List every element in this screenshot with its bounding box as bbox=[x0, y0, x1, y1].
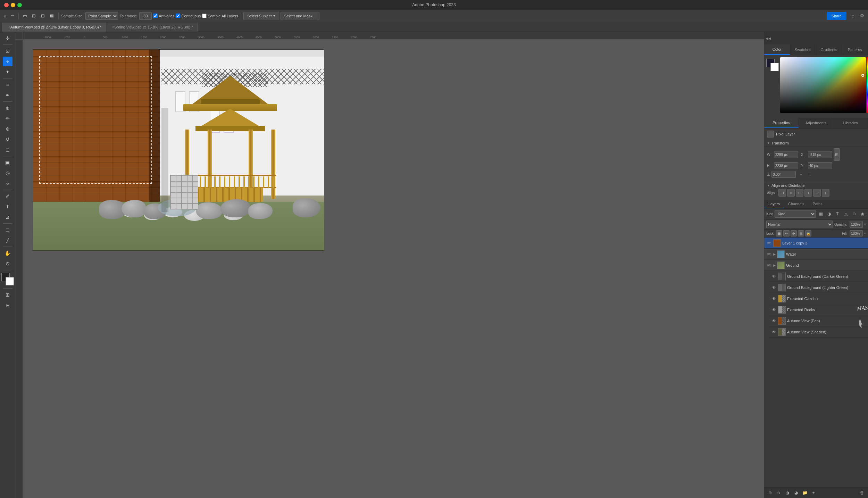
transform-chevron[interactable]: ▼ bbox=[767, 141, 770, 145]
layer-filter-pixel-btn[interactable]: ▦ bbox=[817, 210, 824, 217]
tab-patterns[interactable]: Patterns bbox=[842, 44, 868, 55]
pen-tool[interactable]: ✐ bbox=[3, 191, 12, 201]
align-top-btn[interactable]: ⊤ bbox=[804, 189, 812, 197]
tab-paths[interactable]: Paths bbox=[809, 200, 827, 208]
gradient-tool[interactable]: ▣ bbox=[3, 158, 12, 167]
layer-item-rocks[interactable]: 👁 Extracted Rocks bbox=[769, 304, 868, 315]
add-link-btn[interactable]: ⊕ bbox=[766, 489, 774, 497]
new-layer-icon[interactable]: ▭ bbox=[21, 12, 29, 20]
history-brush-tool[interactable]: ↺ bbox=[3, 134, 12, 144]
maximize-button[interactable] bbox=[17, 3, 22, 7]
lasso-tool[interactable]: ⌖ bbox=[3, 57, 12, 66]
visibility-autumn-shaded[interactable]: 👁 bbox=[771, 329, 777, 335]
tolerance-input[interactable]: 30 bbox=[139, 12, 152, 20]
background-color[interactable] bbox=[6, 277, 14, 285]
select-subject-button[interactable]: Select Subject ▾ bbox=[243, 12, 279, 20]
quick-mask-tool[interactable]: ⊞ bbox=[3, 290, 12, 300]
anti-alias-checkbox[interactable]: Anti-alias bbox=[153, 14, 174, 18]
minimize-button[interactable] bbox=[11, 3, 15, 7]
canvas-document[interactable] bbox=[33, 49, 324, 251]
visibility-ground[interactable]: 👁 bbox=[766, 263, 772, 268]
tab-properties[interactable]: Properties bbox=[764, 118, 799, 128]
layer-item-ground-bg-dark[interactable]: 👁 Ground Background (Darker Green) bbox=[769, 271, 868, 282]
align-middle-btn[interactable]: ⊥ bbox=[813, 189, 821, 197]
expand-ground[interactable]: ▶ bbox=[773, 264, 776, 267]
visibility-rocks[interactable]: 👁 bbox=[771, 307, 777, 313]
folder-btn[interactable]: 📁 bbox=[801, 489, 809, 497]
select-mask-button[interactable]: Select and Mask... bbox=[281, 12, 320, 20]
angle-input[interactable] bbox=[771, 171, 796, 178]
align-chevron[interactable]: ▼ bbox=[767, 184, 770, 187]
path-select-tool[interactable]: ⊿ bbox=[3, 212, 12, 222]
artboard-icon[interactable]: ⊟ bbox=[39, 12, 47, 20]
screen-mode-tool[interactable]: ⊟ bbox=[3, 300, 12, 310]
hand-tool[interactable]: ✋ bbox=[3, 248, 12, 258]
magic-wand-tool[interactable]: ✦ bbox=[3, 67, 12, 77]
align-center-btn[interactable]: ⊕ bbox=[787, 189, 795, 197]
blur-tool[interactable]: ◎ bbox=[3, 168, 12, 178]
brush-tool[interactable]: ✏ bbox=[3, 114, 12, 123]
delete-layer-btn[interactable]: 🗑 bbox=[858, 489, 866, 497]
tab-channels[interactable]: Channels bbox=[784, 200, 808, 208]
flip-h-btn[interactable]: ↔ bbox=[797, 171, 805, 178]
stamp-tool[interactable]: ⊗ bbox=[3, 124, 12, 134]
layer-filter-toggle-btn[interactable]: ◉ bbox=[859, 210, 866, 217]
tab-swatches[interactable]: Swatches bbox=[790, 44, 816, 55]
y-input[interactable] bbox=[808, 162, 832, 169]
hue-strip[interactable] bbox=[867, 57, 868, 113]
layer-item-gazebo[interactable]: 👁 Extracted Gazebo bbox=[769, 293, 868, 304]
add-mask-btn[interactable]: ◑ bbox=[784, 489, 791, 497]
layer-item-autumn-shaded[interactable]: 👁 Autumn View (Shaded) bbox=[769, 326, 868, 338]
layer-item-ground-bg-light[interactable]: 👁 Ground Background (Lighter Green) bbox=[769, 282, 868, 293]
color-picker-squares[interactable] bbox=[1, 273, 14, 285]
visibility-gazebo[interactable]: 👁 bbox=[771, 296, 777, 301]
sample-size-select[interactable]: Point Sample bbox=[85, 12, 118, 20]
layer-item-layer1copy3[interactable]: 👁 Layer 1 copy 3 bbox=[764, 238, 868, 249]
layer-item-autumn-pen[interactable]: 👁 Autumn View (Pen) MASK bbox=[769, 315, 868, 326]
tab-gradients[interactable]: Gradients bbox=[816, 44, 842, 55]
eyedropper-tool[interactable]: ✒ bbox=[3, 90, 12, 100]
visibility-ground-bg-dark[interactable]: 👁 bbox=[771, 274, 777, 279]
group-icon[interactable]: ⊞ bbox=[30, 12, 38, 20]
align-right-btn[interactable]: ⊢ bbox=[796, 189, 803, 197]
layer-item-water[interactable]: 👁 ▶ Water bbox=[764, 249, 868, 260]
tab-libraries[interactable]: Libraries bbox=[833, 118, 868, 128]
shape-tool[interactable]: □ bbox=[3, 225, 12, 235]
visibility-ground-bg-light[interactable]: 👁 bbox=[771, 285, 777, 290]
tab-color[interactable]: Color bbox=[764, 44, 790, 55]
layer-item-ground[interactable]: 👁 ▶ Ground bbox=[764, 260, 868, 271]
marquee-tool[interactable]: ⊡ bbox=[3, 46, 12, 56]
lock-all-btn[interactable]: 🔒 bbox=[805, 230, 811, 236]
layer-filter-shape-btn[interactable]: △ bbox=[842, 210, 849, 217]
fill-chevron[interactable]: ▾ bbox=[864, 232, 866, 235]
layer-list[interactable]: 👁 Layer 1 copy 3 👁 ▶ Water 👁 ▶ Ground 👁 bbox=[764, 238, 868, 487]
visibility-layer1copy3[interactable]: 👁 bbox=[766, 240, 772, 246]
lock-pixels-btn[interactable]: ✏ bbox=[783, 230, 790, 236]
text-tool[interactable]: T bbox=[3, 202, 12, 211]
x-input[interactable] bbox=[808, 151, 832, 158]
opacity-chevron[interactable]: ▾ bbox=[864, 223, 866, 226]
expand-water[interactable]: ▶ bbox=[773, 252, 776, 256]
fill-input[interactable] bbox=[850, 230, 863, 236]
tab-adjustments[interactable]: Adjustments bbox=[799, 118, 834, 128]
tab-autumn-view[interactable]: × Autumn View.psd @ 27.2% (Layer 1 copy … bbox=[2, 23, 106, 32]
blend-mode-select[interactable]: Normal bbox=[766, 221, 833, 228]
close-button[interactable] bbox=[4, 3, 9, 7]
adj-layer-btn[interactable]: ◕ bbox=[792, 489, 800, 497]
height-input[interactable] bbox=[774, 162, 798, 169]
align-left-btn[interactable]: ⊣ bbox=[778, 189, 786, 197]
layer-filter-smart-btn[interactable]: ⊙ bbox=[851, 210, 858, 217]
search-icon-button[interactable]: ⌕ bbox=[849, 12, 857, 20]
tab-spring-view[interactable]: × Spring View.psb @ 15.8% (Layer 23, RGB… bbox=[106, 23, 198, 32]
contiguous-checkbox[interactable]: Contiguous bbox=[176, 14, 201, 18]
healing-brush-tool[interactable]: ⊕ bbox=[3, 103, 12, 113]
opacity-input[interactable] bbox=[850, 221, 863, 228]
bg-color-swatch[interactable] bbox=[770, 63, 779, 71]
color-picker-area[interactable] bbox=[764, 55, 868, 117]
home-button[interactable]: ⌂ bbox=[2, 12, 8, 20]
visibility-water[interactable]: 👁 bbox=[766, 251, 772, 257]
visibility-autumn-pen[interactable]: 👁 bbox=[771, 318, 777, 324]
tab-layers[interactable]: Layers bbox=[764, 200, 784, 208]
width-input[interactable] bbox=[774, 151, 798, 158]
lock-artboard-btn[interactable]: ⊞ bbox=[798, 230, 804, 236]
